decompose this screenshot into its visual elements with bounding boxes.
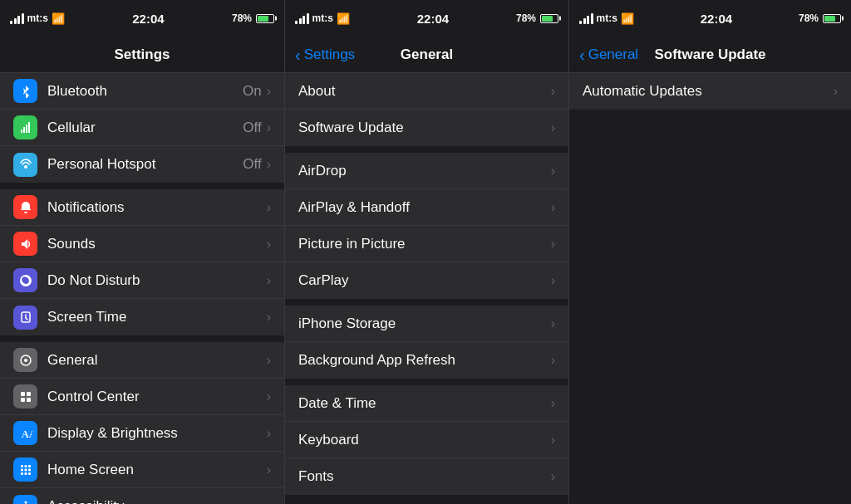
row-airdrop[interactable]: AirDrop ›	[285, 153, 568, 189]
hotspot-icon	[13, 153, 37, 177]
svg-point-24	[24, 502, 27, 504]
section-airdrop: AirDrop › AirPlay & Handoff › Picture in…	[285, 153, 568, 299]
settings-list-right: Automatic Updates ›	[569, 73, 851, 504]
general-chevron: ›	[267, 354, 271, 367]
svg-rect-18	[21, 468, 23, 471]
row-bluetooth[interactable]: Bluetooth On ›	[0, 73, 284, 110]
time-label-right: 22:04	[701, 12, 732, 26]
carplay-chevron: ›	[551, 274, 555, 287]
row-accessibility[interactable]: Accessibility ›	[0, 488, 284, 504]
row-personal-hotspot[interactable]: Personal Hotspot Off ›	[0, 146, 284, 183]
row-automatic-updates[interactable]: Automatic Updates ›	[569, 73, 851, 110]
sounds-label: Sounds	[47, 236, 267, 252]
signal-icon	[10, 13, 24, 24]
battery-icon-right	[823, 14, 841, 23]
row-notifications[interactable]: Notifications ›	[0, 189, 284, 226]
wifi-icon-middle: 📶	[337, 12, 350, 25]
bluetooth-chevron: ›	[267, 85, 271, 98]
hotspot-chevron: ›	[267, 158, 271, 171]
keyboard-chevron: ›	[551, 433, 555, 447]
home-screen-icon	[13, 458, 37, 482]
cellular-icon	[13, 115, 37, 139]
general-title: General	[401, 46, 453, 63]
background-app-refresh-chevron: ›	[551, 354, 555, 367]
row-home-screen[interactable]: Home Screen ›	[0, 452, 284, 488]
back-to-general-button[interactable]: ‹ General	[579, 46, 638, 63]
keyboard-label: Keyboard	[298, 432, 551, 448]
row-keyboard[interactable]: Keyboard ›	[285, 422, 568, 458]
accessibility-chevron: ›	[267, 500, 271, 504]
svg-rect-11	[27, 392, 31, 396]
settings-list-middle: About › Software Update › AirDrop › AirP…	[285, 73, 568, 504]
about-chevron: ›	[551, 85, 555, 98]
svg-rect-0	[21, 130, 22, 133]
row-screen-time[interactable]: Screen Time ›	[0, 299, 284, 335]
svg-point-4	[24, 165, 27, 169]
software-update-header: ‹ General Software Update	[569, 37, 851, 73]
row-iphone-storage[interactable]: iPhone Storage ›	[285, 306, 568, 342]
row-carplay[interactable]: CarPlay ›	[285, 262, 568, 299]
software-update-chevron: ›	[551, 121, 555, 135]
iphone-storage-chevron: ›	[551, 317, 555, 330]
notifications-chevron: ›	[267, 201, 271, 214]
row-control-center[interactable]: Control Center ›	[0, 379, 284, 415]
back-to-settings-button[interactable]: ‹ Settings	[295, 46, 355, 63]
airplay-handoff-chevron: ›	[551, 201, 555, 214]
row-general[interactable]: General ›	[0, 342, 284, 379]
row-cellular[interactable]: Cellular Off ›	[0, 110, 284, 146]
status-left-middle: mt:s 📶	[295, 12, 350, 25]
status-bar-right: mt:s 📶 22:04 78%	[569, 0, 851, 37]
general-label: General	[47, 352, 267, 369]
section-about: About › Software Update ›	[285, 73, 568, 146]
status-right-left: 78%	[232, 12, 274, 24]
screen-time-icon	[13, 306, 37, 330]
iphone-storage-label: iPhone Storage	[298, 316, 551, 332]
section-connectivity: Bluetooth On › Cellular Off ›	[0, 73, 284, 183]
row-date-time[interactable]: Date & Time ›	[285, 385, 568, 422]
control-center-icon	[13, 384, 37, 409]
notifications-icon	[13, 195, 37, 219]
row-picture-in-picture[interactable]: Picture in Picture ›	[285, 226, 568, 262]
row-fonts[interactable]: Fonts ›	[285, 458, 568, 495]
screen-time-chevron: ›	[267, 311, 271, 324]
row-sounds[interactable]: Sounds ›	[0, 226, 284, 262]
section-automatic-updates: Automatic Updates ›	[569, 73, 851, 110]
control-center-chevron: ›	[267, 390, 271, 404]
status-right-right: 78%	[799, 12, 841, 24]
back-chevron-general: ‹	[295, 46, 301, 63]
section-storage: iPhone Storage › Background App Refresh …	[285, 306, 568, 379]
svg-text:AA: AA	[22, 428, 32, 440]
svg-rect-10	[21, 392, 25, 396]
row-display-brightness[interactable]: AA Display & Brightness ›	[0, 415, 284, 452]
row-airplay-handoff[interactable]: AirPlay & Handoff ›	[285, 189, 568, 226]
control-center-label: Control Center	[47, 389, 267, 405]
automatic-updates-chevron: ›	[834, 85, 838, 98]
row-background-app-refresh[interactable]: Background App Refresh ›	[285, 342, 568, 379]
svg-rect-2	[26, 125, 27, 133]
section-locale: Date & Time › Keyboard › Fonts ›	[285, 385, 568, 495]
row-software-update[interactable]: Software Update ›	[285, 110, 568, 146]
background-app-refresh-label: Background App Refresh	[298, 352, 551, 369]
sounds-chevron: ›	[267, 237, 271, 251]
general-header: ‹ Settings General	[285, 37, 568, 73]
cellular-chevron: ›	[267, 121, 271, 135]
row-dnd[interactable]: Do Not Disturb ›	[0, 262, 284, 299]
accessibility-label: Accessibility	[47, 498, 267, 504]
airdrop-label: AirDrop	[298, 163, 551, 179]
settings-panel: mt:s 📶 22:04 78% Settings Bluetooth	[0, 0, 285, 504]
svg-rect-1	[23, 127, 25, 133]
signal-icon-middle	[295, 13, 309, 24]
svg-rect-13	[27, 398, 31, 402]
carrier-label-right: mt:s	[597, 12, 617, 24]
battery-icon-left	[256, 14, 274, 23]
bluetooth-value: On	[243, 83, 262, 100]
row-about[interactable]: About ›	[285, 73, 568, 110]
wifi-icon-right: 📶	[621, 12, 634, 25]
pip-label: Picture in Picture	[298, 236, 551, 252]
svg-rect-19	[24, 468, 27, 471]
home-screen-chevron: ›	[267, 463, 271, 477]
battery-icon-middle	[540, 14, 558, 23]
svg-point-9	[24, 359, 27, 362]
about-label: About	[298, 83, 551, 100]
fonts-chevron: ›	[551, 470, 555, 483]
